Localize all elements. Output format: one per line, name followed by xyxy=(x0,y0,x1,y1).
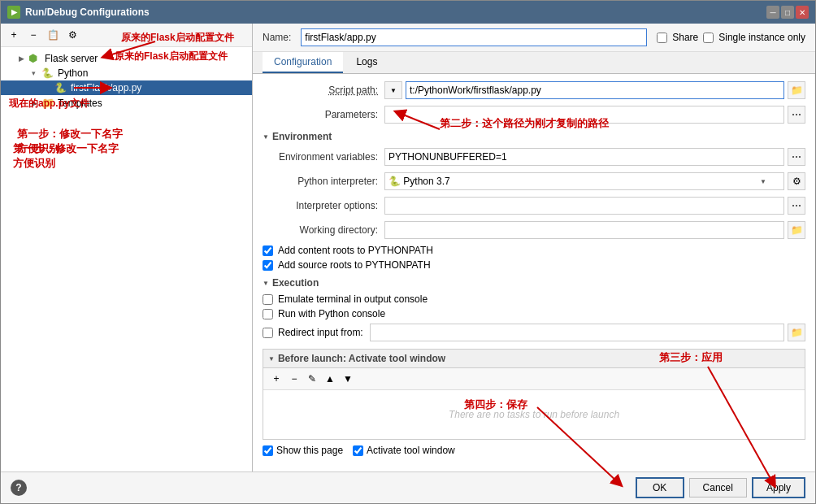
cancel-button[interactable]: Cancel xyxy=(689,478,747,497)
add-source-roots-label: Add source roots to PYTHONPATH xyxy=(278,259,431,271)
run-debug-configurations-window: ▶ Run/Debug Configurations ─ □ ✕ + − 📋 ⚙… xyxy=(0,0,816,504)
add-config-button[interactable]: + xyxy=(6,27,22,43)
window-icon: ▶ xyxy=(7,6,20,19)
parameters-label: Parameters: xyxy=(263,109,384,120)
before-launch-remove-button[interactable]: − xyxy=(286,371,302,387)
tab-configuration[interactable]: Configuration xyxy=(263,52,343,73)
python-interpreter-select[interactable]: 🐍 Python 3.7 xyxy=(384,172,784,190)
flask-server-icon: ⬢ xyxy=(28,52,41,64)
execution-section-header[interactable]: ▼ Execution xyxy=(263,277,805,289)
before-launch-header[interactable]: ▼ Before launch: Activate tool window xyxy=(263,350,805,368)
parameters-input[interactable] xyxy=(384,106,784,124)
remove-config-button[interactable]: − xyxy=(25,27,41,43)
env-variables-button[interactable]: ⋯ xyxy=(788,148,805,166)
show-page-checkbox[interactable] xyxy=(263,445,273,456)
script-path-label: Script path: xyxy=(263,85,384,96)
python-label: Python xyxy=(58,67,88,79)
interpreter-options-label: Interpreter options: xyxy=(263,200,384,211)
parameters-control: ⋯ xyxy=(384,106,805,124)
environment-section-header[interactable]: ▼ Environment xyxy=(263,131,805,142)
window-controls: ─ □ ✕ xyxy=(766,6,809,19)
interpreter-options-button[interactable]: ⋯ xyxy=(788,197,805,215)
python-interpreter-button[interactable]: ⚙ xyxy=(788,172,805,190)
before-launch-down-button[interactable]: ▼ xyxy=(340,371,356,387)
add-source-roots-checkbox[interactable] xyxy=(263,260,273,271)
activate-window-item: Activate tool window xyxy=(353,445,455,456)
name-field-label: Name: xyxy=(263,32,291,43)
working-directory-control: 📁 xyxy=(384,221,805,239)
left-panel: + − 📋 ⚙ ▶ ⬢ Flask server ▾ 🐍 xyxy=(1,24,253,471)
help-button[interactable]: ? xyxy=(11,480,27,496)
script-path-dropdown[interactable]: ▼ xyxy=(384,81,402,99)
apply-button[interactable]: Apply xyxy=(752,477,805,498)
maximize-button[interactable]: □ xyxy=(781,6,794,19)
python-interpreter-control: 🐍 Python 3.7 ⚙ xyxy=(384,172,805,190)
emulate-terminal-item: Emulate terminal in output console xyxy=(263,293,805,305)
parameters-more-button[interactable]: ⋯ xyxy=(788,106,805,124)
interpreter-options-row: Interpreter options: ⋯ xyxy=(263,196,805,215)
python-interpreter-label-text: Python interpreter: xyxy=(297,176,378,187)
close-button[interactable]: ✕ xyxy=(796,6,809,19)
env-variables-control: ⋯ xyxy=(384,148,805,166)
minimize-button[interactable]: ─ xyxy=(766,6,779,19)
script-path-folder-button[interactable]: 📁 xyxy=(788,81,805,99)
single-instance-checkbox[interactable] xyxy=(703,33,714,43)
script-path-input[interactable] xyxy=(406,81,784,99)
tab-logs[interactable]: Logs xyxy=(345,52,388,73)
share-row: Share Single instance only xyxy=(657,32,805,43)
env-variables-input[interactable] xyxy=(384,148,784,166)
config-tabs: Configuration Logs xyxy=(253,52,815,74)
copy-config-button[interactable]: 📋 xyxy=(45,27,61,43)
activate-window-label: Activate tool window xyxy=(367,445,455,456)
redirect-input-folder-button[interactable]: 📁 xyxy=(788,324,805,341)
add-content-roots-checkbox[interactable] xyxy=(263,245,273,256)
working-directory-input[interactable] xyxy=(384,221,784,239)
env-variables-label: Environment variables: xyxy=(263,151,384,163)
tree-item-python[interactable]: ▾ 🐍 Python xyxy=(1,66,252,80)
tree-item-flask-server[interactable]: ▶ ⬢ Flask server xyxy=(1,50,252,66)
run-with-python-label: Run with Python console xyxy=(278,308,385,319)
templates-arrow: ▶ xyxy=(32,99,41,107)
python-interpreter-label: Python interpreter: xyxy=(263,176,384,187)
app-py-icon: 🐍 xyxy=(54,82,67,93)
parameters-row: Parameters: ⋯ xyxy=(263,105,805,124)
working-directory-label: Working directory: xyxy=(263,224,384,236)
environment-label: Environment xyxy=(272,131,332,142)
script-path-label-text: Script path: xyxy=(328,85,378,96)
name-input[interactable] xyxy=(301,28,647,46)
run-with-python-checkbox[interactable] xyxy=(263,309,273,319)
interpreter-options-input[interactable] xyxy=(384,197,784,215)
single-instance-label: Single instance only xyxy=(718,32,805,43)
emulate-terminal-checkbox[interactable] xyxy=(263,294,273,305)
before-launch-arrow-icon: ▼ xyxy=(268,355,275,363)
working-directory-row: Working directory: 📁 xyxy=(263,220,805,240)
script-path-row: Script path: ▼ 📁 xyxy=(263,80,805,100)
redirect-input-field[interactable] xyxy=(370,324,784,341)
share-checkbox[interactable] xyxy=(657,33,667,43)
redirect-input-control: 📁 xyxy=(370,324,805,341)
python-interpreter-select-wrapper: 🐍 Python 3.7 xyxy=(384,172,784,190)
working-directory-label-text: Working directory: xyxy=(300,224,378,236)
interpreter-options-control: ⋯ xyxy=(384,197,805,215)
redirect-input-label: Redirect input from: xyxy=(278,327,363,338)
before-launch-add-button[interactable]: + xyxy=(268,371,284,387)
share-label: Share xyxy=(672,32,698,43)
activate-window-checkbox[interactable] xyxy=(353,445,363,456)
parameters-label-text: Parameters: xyxy=(325,109,378,120)
add-content-roots-label: Add content roots to PYTHONPATH xyxy=(278,245,433,256)
environment-arrow: ▼ xyxy=(263,133,269,141)
python-icon: 🐍 xyxy=(41,67,54,79)
left-toolbar: + − 📋 ⚙ xyxy=(1,24,252,47)
tree-item-app-py[interactable]: 🐍 firstFlask/app.py xyxy=(1,80,252,95)
redirect-input-checkbox[interactable] xyxy=(263,328,273,338)
before-launch-up-button[interactable]: ▲ xyxy=(322,371,338,387)
before-launch-edit-button[interactable]: ✎ xyxy=(304,371,320,387)
settings-button[interactable]: ⚙ xyxy=(64,27,80,43)
ok-button[interactable]: OK xyxy=(636,477,684,498)
emulate-terminal-label: Emulate terminal in output console xyxy=(278,293,428,305)
tree-item-templates[interactable]: ▶ 📁 Templates xyxy=(1,95,252,111)
working-directory-folder-button[interactable]: 📁 xyxy=(788,221,805,239)
flask-server-label: Flask server xyxy=(45,53,98,64)
execution-label: Execution xyxy=(272,277,319,289)
show-page-label: Show this page xyxy=(276,445,343,456)
